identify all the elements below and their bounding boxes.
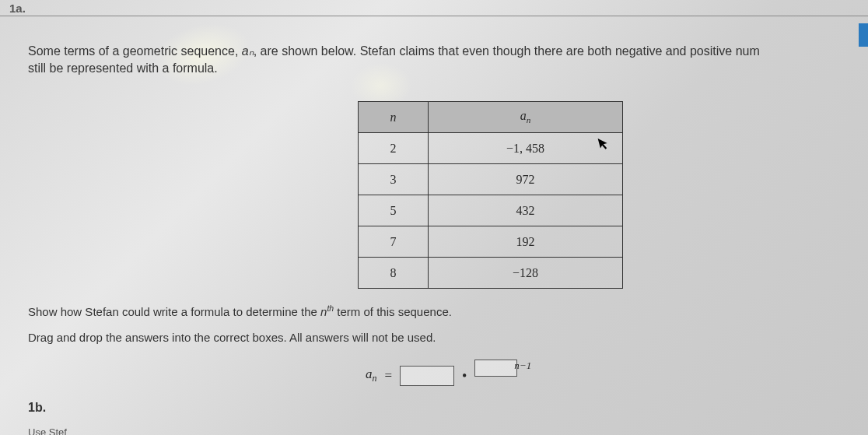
drop-target-coefficient[interactable]	[400, 366, 454, 386]
divider	[0, 16, 868, 16]
cell-n: 5	[359, 195, 429, 226]
multiply-dot: •	[462, 369, 467, 383]
sequence-table: n an 2 −1, 458 3 972 5 432 7 192 8	[358, 101, 623, 289]
cell-an: 972	[429, 164, 623, 195]
cell-an: −128	[429, 258, 623, 289]
question-label-1b: 1b.	[28, 401, 46, 415]
instruction-text: Show how Stefan could write a formula to…	[28, 303, 452, 318]
table-row: 7 192	[359, 226, 623, 258]
problem-prompt: Some terms of a geometric sequence, aₙ, …	[28, 43, 868, 76]
table-row: 2 −1, 458	[359, 133, 623, 164]
equals-sign: =	[384, 368, 392, 384]
formula-lhs: an	[366, 367, 376, 384]
sequence-symbol: aₙ	[242, 44, 254, 58]
drop-target-base[interactable]	[474, 360, 517, 377]
cell-an: 432	[429, 195, 623, 226]
cell-n: 7	[359, 226, 429, 258]
prompt-text: still be represented with a formula.	[28, 61, 218, 75]
cutoff-text: Use Stef	[28, 426, 67, 435]
table-header-n: n	[359, 102, 429, 133]
formula-row: an = • n−1	[366, 366, 534, 386]
question-label-1a: 1a.	[9, 2, 26, 15]
table-row: 8 −128	[359, 258, 623, 289]
instruction-text: Drag and drop the answers into the corre…	[28, 331, 436, 344]
cell-n: 2	[359, 133, 429, 164]
cell-an: 192	[429, 226, 623, 258]
table-header-an: an	[429, 102, 623, 133]
exponent-label: n−1	[514, 360, 531, 372]
cell-an: −1, 458	[429, 133, 623, 164]
cell-n: 3	[359, 164, 429, 195]
prompt-text: , are shown below. Stefan claims that ev…	[254, 44, 760, 58]
table-row: 5 432	[359, 195, 623, 226]
cell-n: 8	[359, 258, 429, 289]
table-row: 3 972	[359, 164, 623, 195]
prompt-text: Some terms of a geometric sequence,	[28, 44, 242, 58]
